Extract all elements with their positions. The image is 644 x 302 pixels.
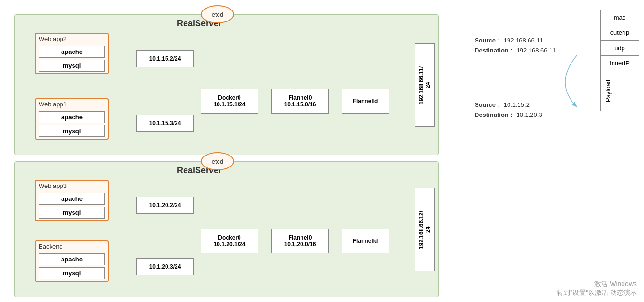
- packet-outerip: outerIp: [601, 25, 639, 41]
- webapp3-apache: apache: [39, 193, 105, 205]
- top-ip2-box: 10.1.15.3/24: [136, 115, 194, 132]
- bottom-flannel0-label: Flannel0: [289, 234, 312, 241]
- webapp1-box: Web app1 apache mysql: [35, 98, 109, 140]
- webapp3-mysql: mysql: [39, 207, 105, 219]
- webapp2-mysql: mysql: [39, 60, 105, 72]
- diagram-area: RealServer etcd Web app2 apache mysql We…: [0, 0, 467, 302]
- webapp3-title: Web app3: [36, 181, 108, 191]
- bottom-ip2-box: 10.1.20.3/24: [136, 258, 194, 275]
- top-server-block: RealServer etcd Web app2 apache mysql We…: [14, 14, 439, 155]
- bottom-docker0-sub: 10.1.20.1/24: [214, 241, 246, 248]
- top-flanneld-box: FlannelId: [342, 89, 389, 114]
- main-container: RealServer etcd Web app2 apache mysql We…: [0, 0, 644, 302]
- packet-udp: udp: [601, 41, 639, 56]
- bottom-etcd-label: etcd: [212, 158, 224, 165]
- info-source2: Source： 10.1.15.2: [475, 100, 542, 110]
- webapp2-title: Web app2: [36, 34, 108, 44]
- webapp1-title: Web app1: [36, 99, 108, 109]
- source1-val: 192.168.66.11: [504, 37, 543, 44]
- bottom-flanneld-box: FlannelId: [342, 229, 389, 253]
- dest1-val: 192.168.66.11: [516, 47, 556, 54]
- info-dest1: Destination： 192.168.66.11: [475, 46, 556, 56]
- bottom-ip1-label: 10.1.20.2/24: [149, 202, 181, 208]
- bottom-vert-box: 192.168.66.12/24: [415, 188, 435, 271]
- bottom-etcd: etcd: [201, 152, 234, 170]
- bottom-docker0-label: Docker0: [218, 234, 240, 241]
- bottom-flannel0-sub: 10.1.20.0/16: [284, 241, 316, 248]
- packet-innerip: InnerIP: [601, 56, 639, 71]
- top-ip2-label: 10.1.15.3/24: [149, 120, 181, 126]
- bottom-flanneld-label: FlannelId: [353, 238, 378, 244]
- webapp2-apache: apache: [39, 46, 105, 58]
- backend-apache: apache: [39, 253, 105, 265]
- source1-label: Source：: [475, 37, 502, 44]
- watermark-line1: 激活 Windows: [557, 280, 637, 289]
- top-flannel0-label: Flannel0: [289, 94, 312, 101]
- watermark: 激活 Windows 转到"设置"以激活 动态演示: [557, 280, 637, 297]
- info-dest2: Destination： 10.1.20.3: [475, 110, 542, 120]
- top-flanneld-label: FlannelId: [353, 98, 378, 104]
- info-block-bottom: Source： 10.1.15.2 Destination： 10.1.20.3: [475, 100, 542, 120]
- webapp2-box: Web app2 apache mysql: [35, 33, 109, 74]
- top-docker0-sub: 10.1.15.1/24: [214, 101, 246, 108]
- backend-title: Backend: [36, 241, 108, 251]
- bottom-ip1-box: 10.1.20.2/24: [136, 197, 194, 214]
- top-etcd: etcd: [201, 5, 234, 23]
- source2-val: 10.1.15.2: [504, 101, 530, 108]
- top-flannel0-box: Flannel0 10.1.15.0/16: [271, 89, 329, 114]
- info-block-top: Source： 192.168.66.11 Destination： 192.1…: [475, 36, 556, 56]
- webapp1-apache: apache: [39, 111, 105, 123]
- bottom-ip2-label: 10.1.20.3/24: [149, 263, 181, 270]
- dest2-label: Destination：: [475, 111, 515, 118]
- packet-table: mac outerIp udp InnerIP Payload: [600, 10, 639, 111]
- top-ip1-box: 10.1.15.2/24: [136, 50, 194, 67]
- packet-payload: Payload: [601, 71, 639, 111]
- top-ip1-label: 10.1.15.2/24: [149, 55, 181, 62]
- packet-mac: mac: [601, 10, 639, 25]
- top-vert-label: 192.168.66.11/24: [418, 66, 431, 104]
- info-source1: Source： 192.168.66.11: [475, 36, 556, 46]
- right-panel: Source： 192.168.66.11 Destination： 192.1…: [467, 0, 644, 302]
- source2-label: Source：: [475, 101, 502, 108]
- backend-box: Backend apache mysql: [35, 240, 109, 282]
- top-docker0-box: Docker0 10.1.15.1/24: [201, 89, 258, 114]
- top-docker0-label: Docker0: [218, 94, 240, 101]
- top-vert-box: 192.168.66.11/24: [415, 43, 435, 127]
- bottom-server-block: RealServer etcd Web app3 apache mysql Ba…: [14, 161, 439, 297]
- dest2-val: 10.1.20.3: [516, 111, 542, 118]
- webapp3-box: Web app3 apache mysql: [35, 180, 109, 221]
- webapp1-mysql: mysql: [39, 125, 105, 137]
- bottom-flannel0-box: Flannel0 10.1.20.0/16: [271, 229, 329, 253]
- dest1-label: Destination：: [475, 47, 515, 54]
- bottom-vert-label: 192.168.66.12/24: [418, 210, 431, 249]
- top-etcd-label: etcd: [212, 11, 224, 18]
- bottom-docker0-box: Docker0 10.1.20.1/24: [201, 229, 258, 253]
- top-flannel0-sub: 10.1.15.0/16: [284, 101, 316, 108]
- backend-mysql: mysql: [39, 267, 105, 279]
- watermark-line2: 转到"设置"以激活 动态演示: [557, 289, 637, 297]
